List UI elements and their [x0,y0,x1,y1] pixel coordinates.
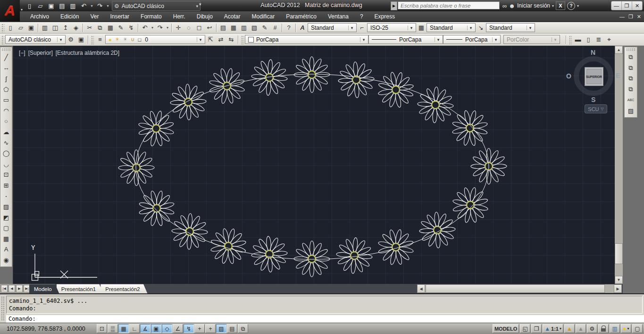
toolbar-grip[interactable] [569,35,572,44]
exchange-apps-icon[interactable]: X [556,1,565,10]
menu-dibujo[interactable]: Dibujo [191,11,218,22]
properties-icon[interactable]: ▤ [218,23,228,33]
ellipse-icon[interactable]: ◯ [1,148,11,159]
save-as-icon[interactable]: ▤ [57,1,67,10]
minimize-button[interactable]: — [611,1,622,10]
quickcalc-icon[interactable]: # [270,23,280,33]
qat-more-button[interactable]: ▾ [199,2,201,7]
plot-icon[interactable]: ▥ [40,23,50,33]
hatch-icon[interactable]: ▨ [1,201,11,212]
model-space-button[interactable]: MODELO [493,324,519,333]
workspace-dropdown[interactable]: ⚙ AutoCAD clásico ▾ [112,1,201,11]
quick-properties-toggle[interactable]: ▤ [227,324,237,333]
mtext-icon[interactable]: A [1,244,11,255]
application-menu-button[interactable]: A [0,0,20,22]
polar-tracking-toggle[interactable]: ∡ [140,324,151,333]
search-binoculars-icon[interactable]: ∞ [502,2,507,9]
menu-acotar[interactable]: Acotar [218,11,246,22]
save-icon[interactable]: ▣ [26,23,36,33]
compass-east[interactable]: E [616,72,620,79]
command-history[interactable]: camino_1_1_6402.sv$ ... Comando: [6,296,643,314]
block-editor-icon[interactable]: ↯ [126,23,136,33]
paste-icon[interactable]: ▦ [105,23,116,33]
annotation-scale-button[interactable]: ▲1:1▾ [543,324,563,333]
quick-select-icon[interactable]: ⌖ [604,34,614,44]
flower-block[interactable] [330,231,378,279]
flower-block[interactable] [245,53,293,101]
scroll-left-button[interactable]: ◀ [417,284,425,293]
flower-block[interactable] [449,183,492,227]
menu-ver[interactable]: Ver [84,11,104,22]
horizontal-scroll-thumb[interactable] [426,284,605,293]
transparency-toggle[interactable]: ▨ [216,324,226,333]
line-icon[interactable]: ╱ [1,52,11,63]
table-style-dropdown[interactable]: Standard▾ [427,23,476,32]
pan-icon[interactable]: ✛ [173,23,184,33]
undo-caret-icon[interactable]: ▾ [90,1,94,10]
annotation-autoscale-icon[interactable]: ▲ [576,324,586,333]
open-file-icon[interactable]: ▱ [35,1,45,10]
compass-south[interactable]: S [591,96,595,103]
tool-palettes-icon[interactable]: ▥ [239,23,249,33]
lineweight-dropdown[interactable]: PorCapa▾ [443,35,501,44]
dim-style-icon[interactable]: ⌐ [357,23,367,33]
restore-button[interactable]: ❐ [622,1,632,10]
workspace-frame-icon[interactable]: ▣ [76,34,86,44]
command-window-grip[interactable] [1,296,5,321]
dim-style-dropdown[interactable]: ISO-25▾ [367,23,416,32]
menu-archivo[interactable]: Archivo [25,11,55,22]
text-style-dropdown[interactable]: Standard▾ [308,23,357,32]
flower-block[interactable] [245,230,293,278]
menu-ayuda[interactable]: ? [354,11,369,22]
layer-dropdown[interactable]: ●☀☀∪□ 0 ▾ [105,35,205,44]
cut-icon[interactable]: ✂ [84,23,95,33]
lineweight-toggle[interactable]: + [205,324,216,333]
flower-block[interactable] [164,78,213,127]
table-style-icon[interactable]: ▦ [416,23,427,33]
redo-icon[interactable]: ↷ [155,23,165,33]
polyline-icon[interactable]: ʃ [1,73,11,84]
region-icon[interactable]: ▢ [1,223,11,234]
layer-states-icon[interactable]: ⇆ [226,34,236,44]
toolbar-grip[interactable] [91,35,94,44]
rectangle-icon[interactable]: ▭ [1,94,11,105]
gradient-icon[interactable]: ◩ [1,212,11,223]
flower-block[interactable] [203,221,253,271]
horizontal-scrollbar[interactable]: ◀ ▶ [417,284,622,293]
compass-west[interactable]: O [566,72,571,80]
tab-first-button[interactable]: |◀ [1,285,8,292]
scroll-right-button[interactable]: ▶ [614,284,622,293]
flower-block[interactable] [413,206,461,254]
compass-north[interactable]: N [591,49,595,56]
application-menu-caret-icon[interactable]: ▾ [21,8,23,12]
point-icon[interactable]: ▪ [1,191,11,202]
redo-caret-icon[interactable]: ▾ [106,1,110,10]
circle-icon[interactable]: ○ [1,116,11,127]
save-icon[interactable]: ▣ [46,1,56,10]
workspace-switching-icon[interactable]: ⚙ [587,324,597,333]
undo-caret-icon[interactable]: ▾ [150,23,155,33]
dynamic-input-toggle[interactable]: + [194,324,205,333]
flower-block[interactable] [370,64,421,115]
scroll-down-button[interactable]: ▼ [615,276,623,284]
quickview-layouts-icon[interactable]: ❐ [531,324,542,333]
menu-modificar[interactable]: Modificar [246,11,281,22]
zoom-window-icon[interactable]: ◻ [194,23,204,33]
mleader-style-dropdown[interactable]: Standard▾ [486,23,535,32]
insert-block-icon[interactable]: ⊡ [1,170,11,180]
workspaces-dropdown[interactable]: AutoCAD clásico▾ [5,35,66,44]
dynamic-ucs-toggle[interactable]: ↯ [184,324,194,333]
hatch-to-back-icon[interactable]: ▨ [626,105,636,116]
clean-screen-button[interactable]: ▢ [632,324,643,333]
undo-icon[interactable]: ↶ [140,23,150,33]
flower-block[interactable] [448,106,492,150]
viewport-maximize-icon[interactable]: ◱ [520,324,530,333]
viewport-menu-control[interactable]: [−] [19,50,25,56]
sheet-set-icon[interactable]: ▧ [249,23,259,33]
user-icon[interactable]: ☻ [509,2,515,9]
flower-block[interactable] [370,222,421,272]
3d-object-snap-toggle[interactable]: ◇ [162,324,172,333]
flower-block[interactable] [135,187,179,231]
toolbar-grip[interactable] [1,23,4,32]
make-block-icon[interactable]: ⊞ [1,180,11,191]
